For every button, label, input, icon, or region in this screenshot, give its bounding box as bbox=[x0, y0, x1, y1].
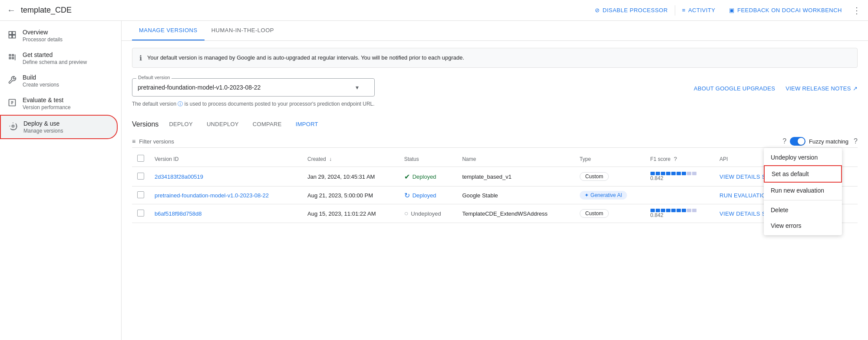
f1-bar-seg bbox=[677, 172, 681, 175]
svg-rect-0 bbox=[9, 32, 12, 35]
menu-item-set-as-default[interactable]: Set as default bbox=[764, 165, 842, 183]
context-menu: Undeploy versionSet as defaultRun new ev… bbox=[764, 148, 842, 235]
f1-bar-seg bbox=[666, 172, 670, 175]
tab-human-in-the-loop[interactable]: HUMAN-IN-THE-LOOP bbox=[205, 21, 281, 40]
select-all-checkbox[interactable] bbox=[137, 155, 144, 162]
f1-bar-seg bbox=[650, 209, 655, 212]
f1-bar-seg bbox=[656, 172, 660, 175]
version-select-dropdown[interactable]: pretrained-foundation-model-v1.0-2023-08… bbox=[132, 78, 375, 97]
type-badge-custom: Custom bbox=[580, 172, 609, 181]
filter-label[interactable]: Filter versions bbox=[139, 138, 174, 145]
feedback-button[interactable]: ▣ FEEDBACK ON DOCAI WORKBENCH bbox=[729, 7, 842, 13]
f1-score: 0.842 bbox=[650, 212, 709, 218]
deploy-icon bbox=[8, 121, 18, 131]
table-row: pretrained-foundation-model-v1.0-2023-08… bbox=[132, 187, 858, 204]
default-version-wrap: Default version pretrained-foundation-mo… bbox=[132, 78, 858, 108]
type-badge-custom: Custom bbox=[580, 209, 609, 218]
f1-bar-seg bbox=[692, 172, 696, 175]
info-banner: ℹ Your default version is managed by Goo… bbox=[132, 48, 858, 68]
tab-bar: MANAGE VERSIONS HUMAN-IN-THE-LOOP bbox=[122, 21, 868, 41]
version-links: ABOUT GOOGLE UPGRADES VIEW RELEASE NOTES… bbox=[694, 85, 858, 92]
f1-bar-seg bbox=[682, 209, 686, 212]
sidebar-item-overview[interactable]: Overview Processor details bbox=[0, 24, 118, 47]
version-id-link-0[interactable]: 2d34183f28a00519 bbox=[155, 173, 203, 180]
main-layout: Overview Processor details Get started D… bbox=[0, 21, 868, 340]
page-title: template_CDE bbox=[21, 6, 595, 15]
get-started-icon bbox=[7, 52, 17, 63]
fuzzy-matching-toggle: ? Fuzzy matching ? bbox=[781, 137, 858, 146]
f1-bar-seg bbox=[661, 209, 665, 212]
th-created[interactable]: Created ↓ bbox=[302, 151, 399, 167]
svg-rect-3 bbox=[13, 35, 16, 38]
type-cell: ✦Generative AI bbox=[574, 187, 645, 204]
sidebar-item-get-started[interactable]: Get started Define schema and preview bbox=[0, 47, 118, 70]
disable-processor-button[interactable]: ⊘ DISABLE PROCESSOR bbox=[595, 7, 668, 13]
sidebar-item-build[interactable]: Build Create versions bbox=[0, 70, 118, 92]
tab-manage-versions[interactable]: MANAGE VERSIONS bbox=[132, 21, 205, 40]
status-undeployed: ○Undeployed bbox=[404, 210, 452, 217]
help-icon-right[interactable]: ? bbox=[854, 137, 858, 145]
back-button[interactable]: ← bbox=[7, 5, 16, 15]
menu-item-run-new-evaluation[interactable]: Run new evaluation bbox=[764, 183, 842, 198]
sidebar-item-evaluate[interactable]: Evaluate & test Version performance bbox=[0, 92, 118, 115]
row-checkbox-2[interactable] bbox=[137, 210, 144, 217]
sidebar: Overview Processor details Get started D… bbox=[0, 21, 122, 340]
table-row: 2d34183f28a00519Jan 29, 2024, 10:45:31 A… bbox=[132, 167, 858, 187]
release-notes-link[interactable]: VIEW RELEASE NOTES ↗ bbox=[785, 85, 858, 92]
versions-section: Versions DEPLOY UNDEPLOY COMPARE IMPORT … bbox=[122, 115, 868, 227]
th-checkbox bbox=[132, 151, 149, 167]
top-header: ← template_CDE ⊘ DISABLE PROCESSOR ≡ ACT… bbox=[0, 0, 868, 21]
created-cell: Aug 21, 2023, 5:00:00 PM bbox=[302, 187, 399, 204]
row-checkbox-1[interactable] bbox=[137, 191, 144, 198]
filter-icon: ≡ bbox=[132, 138, 135, 145]
import-action-button[interactable]: IMPORT bbox=[292, 118, 322, 130]
f1-bars bbox=[650, 209, 709, 212]
version-id-link-1[interactable]: pretrained-foundation-model-v1.0-2023-08… bbox=[155, 192, 269, 199]
menu-divider bbox=[764, 200, 842, 200]
table-row: b6af518f98d758d8Aug 15, 2023, 11:01:22 A… bbox=[132, 204, 858, 223]
dropdown-arrow-icon: ▾ bbox=[356, 84, 359, 91]
build-text: Build Create versions bbox=[23, 74, 59, 88]
version-select-container: Default version pretrained-foundation-mo… bbox=[132, 78, 375, 108]
f1-cell: 0.842 bbox=[645, 204, 714, 223]
help-icon-left[interactable]: ? bbox=[782, 137, 786, 145]
compare-action-button[interactable]: COMPARE bbox=[249, 118, 285, 130]
f1-cell bbox=[645, 187, 714, 204]
menu-item-delete[interactable]: Delete bbox=[764, 202, 842, 218]
hint-info-icon: ⓘ bbox=[178, 101, 183, 107]
f1-cell: 0.842 bbox=[645, 167, 714, 187]
f1-bar-seg bbox=[687, 172, 691, 175]
f1-help-icon[interactable]: ? bbox=[674, 156, 677, 162]
row-checkbox-0[interactable] bbox=[137, 173, 144, 180]
fuzzy-toggle-switch[interactable] bbox=[790, 137, 805, 146]
menu-item-view-errors[interactable]: View errors bbox=[764, 218, 842, 233]
disable-icon: ⊘ bbox=[595, 7, 600, 13]
deploy-action-button[interactable]: DEPLOY bbox=[165, 118, 196, 130]
view-details-button[interactable]: VIEW DETAILS bbox=[719, 173, 760, 180]
header-actions: ⊘ DISABLE PROCESSOR ≡ ACTIVITY ▣ FEEDBAC… bbox=[595, 5, 861, 16]
overview-icon bbox=[7, 30, 17, 40]
status-cell: ✔Deployed bbox=[399, 167, 457, 187]
versions-title: Versions bbox=[132, 120, 158, 128]
f1-bar-seg bbox=[656, 209, 660, 212]
undeploy-action-button[interactable]: UNDEPLOY bbox=[203, 118, 242, 130]
menu-item-undeploy-version[interactable]: Undeploy version bbox=[764, 150, 842, 165]
feedback-icon: ▣ bbox=[729, 7, 735, 13]
svg-point-6 bbox=[12, 125, 14, 127]
f1-bar-seg bbox=[671, 172, 676, 175]
sparkle-icon: ✦ bbox=[584, 192, 589, 198]
circle-icon: ○ bbox=[404, 210, 409, 217]
info-text: Your default version is managed by Googl… bbox=[147, 53, 464, 62]
sidebar-item-deploy[interactable]: Deploy & use Manage versions bbox=[0, 115, 118, 139]
type-cell: Custom bbox=[574, 204, 645, 223]
build-icon bbox=[7, 75, 17, 85]
type-badge-genai: ✦Generative AI bbox=[580, 191, 627, 200]
more-options-icon[interactable]: ⋮ bbox=[852, 5, 861, 16]
th-type: Type bbox=[574, 151, 645, 167]
f1-bar-seg bbox=[671, 209, 676, 212]
about-upgrades-link[interactable]: ABOUT GOOGLE UPGRADES bbox=[694, 85, 775, 92]
f1-bar-seg bbox=[687, 209, 691, 212]
view-details-button[interactable]: VIEW DETAILS bbox=[719, 210, 760, 217]
activity-button[interactable]: ≡ ACTIVITY bbox=[682, 7, 716, 13]
version-id-link-2[interactable]: b6af518f98d758d8 bbox=[155, 210, 201, 217]
